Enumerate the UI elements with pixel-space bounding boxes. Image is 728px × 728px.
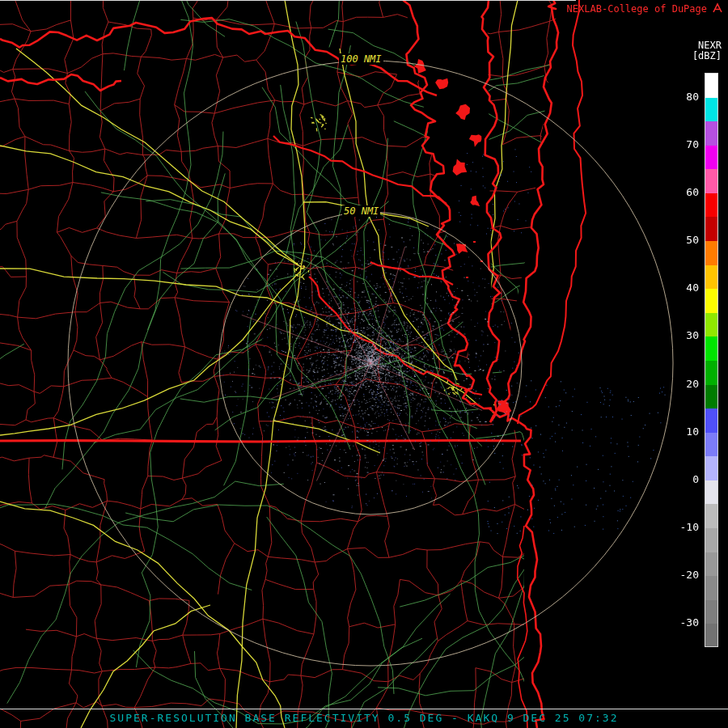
radar-map-canvas — [0, 0, 728, 728]
colorbar-segment-85-to-80 — [705, 74, 717, 98]
colorbar-segment-10-to-5 — [705, 433, 717, 457]
colorbar-segment-75-to-70 — [705, 121, 717, 146]
top-border-line — [0, 0, 576, 1]
colorbar-tick-20: 20 — [663, 378, 699, 391]
colorbar-segment-45-to-40 — [705, 265, 717, 290]
colorbar-segment-80-to-75 — [705, 98, 717, 122]
colorbar-segment-25-to-20 — [705, 361, 717, 385]
colorbar-segment-65-to-60 — [705, 169, 717, 193]
colorbar-segment--15-to--20 — [705, 552, 717, 577]
range-ring-label-100-nmi: 100 NMI — [339, 53, 383, 65]
colorbar-tick-40: 40 — [663, 281, 699, 294]
colorbar-segment-5-to-0 — [705, 456, 717, 480]
colorbar-segment-55-to-50 — [705, 217, 717, 241]
cod-logo-icon — [712, 2, 723, 14]
colorbar-segment-35-to-30 — [705, 313, 717, 337]
range-ring-label-50-nmi: 50 NMI — [342, 205, 380, 217]
colorbar-header: NEXR [dBZ] — [692, 40, 722, 61]
colorbar-tick--10: -10 — [663, 521, 699, 534]
colorbar-segment-70-to-65 — [705, 146, 717, 170]
colorbar-tick-60: 60 — [663, 186, 699, 199]
colorbar-segment--5-to--10 — [705, 504, 717, 528]
colorbar-segment-0-to--5 — [705, 480, 717, 505]
colorbar-segment-50-to-45 — [705, 241, 717, 265]
product-status-text: SUPER-RESOLUTION BASE REFLECTIVITY 0.5 D… — [0, 712, 728, 724]
colorbar-segment-20-to-15 — [705, 385, 717, 409]
colorbar-tick-10: 10 — [663, 425, 699, 438]
colorbar-tick-50: 50 — [663, 234, 699, 247]
colorbar-segment--20-to--25 — [705, 576, 717, 600]
colorbar-units: [dBZ] — [692, 51, 722, 61]
colorbar-segment--10-to--15 — [705, 528, 717, 552]
colorbar-tick-80: 80 — [663, 91, 699, 104]
colorbar-tick--30: -30 — [663, 616, 699, 629]
colorbar-tick--20: -20 — [663, 569, 699, 582]
colorbar-segment--30-to--35 — [705, 624, 717, 647]
footer-border-line — [0, 709, 728, 709]
colorbar-segment-30-to-25 — [705, 336, 717, 361]
colorbar-tick-0: 0 — [663, 473, 699, 486]
colorbar-segment-15-to-10 — [705, 408, 717, 433]
colorbar-segment-60-to-55 — [705, 193, 717, 218]
colorbar-segment--25-to--30 — [705, 600, 717, 624]
radar-viewport: NEXLAB-College of DuPage NEXR [dBZ] 8070… — [0, 0, 728, 728]
colorbar-tick-30: 30 — [663, 329, 699, 342]
colorbar-segment-40-to-35 — [705, 289, 717, 313]
reflectivity-colorbar — [705, 73, 718, 647]
colorbar-tick-70: 70 — [663, 138, 699, 151]
attribution-text: NEXLAB-College of DuPage — [567, 3, 707, 15]
